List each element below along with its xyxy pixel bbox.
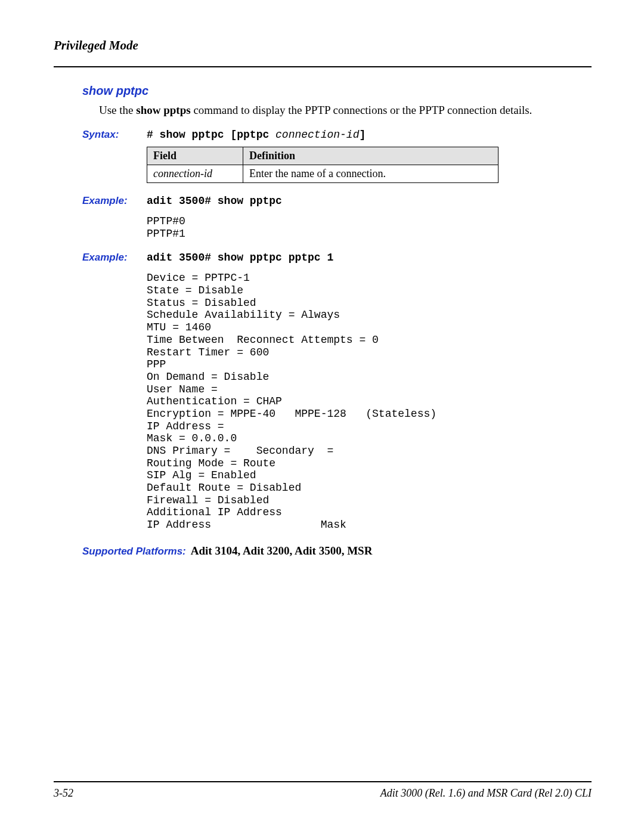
th-field: Field: [147, 147, 243, 165]
intro-paragraph: Use the show pptps command to display th…: [99, 104, 592, 117]
table-header-row: Field Definition: [147, 147, 499, 165]
example2-row: Example: adit 3500# show pptpc pptpc 1: [82, 252, 592, 264]
platforms-value: Adit 3104, Adit 3200, Adit 3500, MSR: [191, 544, 373, 558]
platforms-label: Supported Platforms:: [82, 546, 186, 558]
th-definition: Definition: [243, 147, 499, 165]
section-heading: show pptpc: [82, 84, 592, 98]
example1-row: Example: adit 3500# show pptpc: [82, 195, 592, 207]
example1-label: Example:: [82, 195, 147, 207]
intro-bold: show pptps: [136, 104, 190, 116]
example1-output: PPTP#0 PPTP#1: [147, 215, 592, 240]
syntax-connection-id: connection-id: [275, 129, 359, 141]
footer-page-number: 3-52: [54, 787, 73, 800]
footer-row: 3-52 Adit 3000 (Rel. 1.6) and MSR Card (…: [54, 787, 592, 800]
platforms-row: Supported Platforms: Adit 3104, Adit 320…: [82, 544, 592, 558]
syntax-label: Syntax:: [82, 129, 147, 141]
td-field: connection-id: [147, 165, 243, 183]
document-page: Privileged Mode show pptpc Use the show …: [0, 0, 644, 833]
page-footer: 3-52 Adit 3000 (Rel. 1.6) and MSR Card (…: [54, 781, 592, 800]
example1-command: adit 3500# show pptpc: [147, 195, 282, 207]
syntax-suffix: ]: [359, 129, 366, 141]
syntax-body: # show pptpc [pptpc connection-id]: [147, 129, 366, 141]
td-definition: Enter the name of a connection.: [243, 165, 499, 183]
definition-table: Field Definition connection-id Enter the…: [147, 147, 499, 183]
syntax-row: Syntax: # show pptpc [pptpc connection-i…: [82, 129, 592, 141]
footer-rule: [54, 781, 592, 782]
main-content: show pptpc Use the show pptps command to…: [82, 84, 592, 558]
footer-doc-title: Adit 3000 (Rel. 1.6) and MSR Card (Rel 2…: [380, 787, 592, 800]
intro-suffix: command to display the PPTP connections …: [191, 104, 532, 116]
page-header-title: Privileged Mode: [54, 38, 592, 53]
example2-label: Example:: [82, 252, 147, 264]
header-rule: [54, 66, 592, 67]
table-row: connection-id Enter the name of a connec…: [147, 165, 499, 183]
syntax-prefix: # show pptpc [pptpc: [147, 129, 275, 141]
definition-table-wrap: Field Definition connection-id Enter the…: [147, 147, 592, 183]
example2-command: adit 3500# show pptpc pptpc 1: [147, 252, 333, 264]
example2-output: Device = PPTPC-1 State = Disable Status …: [147, 272, 592, 531]
intro-prefix: Use the: [99, 104, 136, 116]
